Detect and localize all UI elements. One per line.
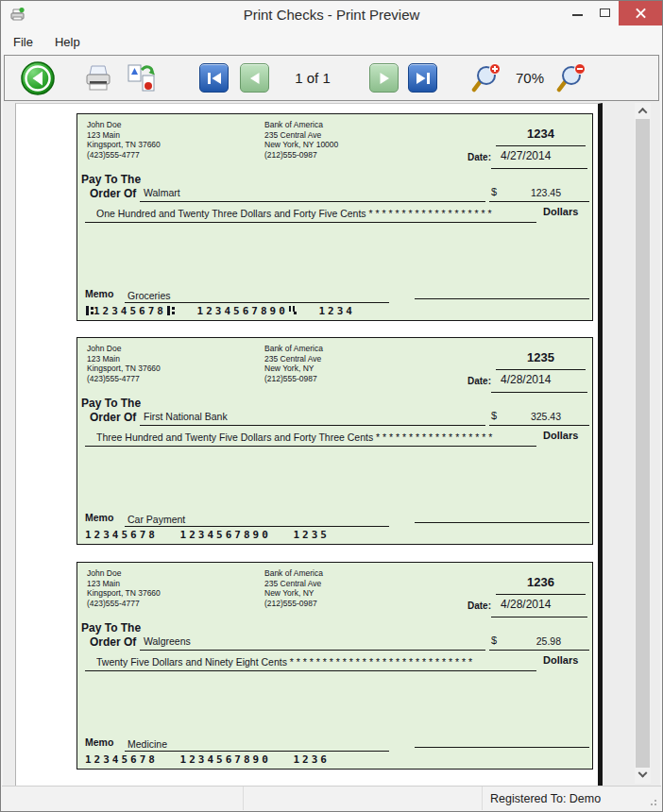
zoom-out-button[interactable] xyxy=(556,63,586,93)
vertical-scrollbar[interactable] xyxy=(635,103,651,784)
payer-street: 123 Main xyxy=(87,354,161,364)
amount-words: Twenty Five Dollars and Ninety Eight Cen… xyxy=(96,656,540,668)
next-page-button[interactable] xyxy=(369,63,399,93)
payee-value: First National Bank xyxy=(144,411,228,422)
bank-city: New York, NY xyxy=(264,588,323,599)
scroll-down-button[interactable] xyxy=(635,768,651,784)
micr-account: 1234567890 xyxy=(197,305,297,317)
scrollbar-thumb[interactable] xyxy=(636,119,650,768)
date-value: 4/28/2014 xyxy=(501,373,551,386)
payer-phone: (423)555-4777 xyxy=(87,150,161,161)
page-indicator: 1 of 1 xyxy=(275,70,350,86)
micr-line: 12345678 1234567890 1234 xyxy=(85,305,368,317)
minimize-button[interactable] xyxy=(564,1,591,25)
payer-name: John Doe xyxy=(87,568,161,579)
payer-block: John Doe 123 Main Kingsport, TN 37660 (4… xyxy=(87,120,161,160)
app-window: Print Checks - Print Preview File Help xyxy=(0,0,663,812)
payer-street: 123 Main xyxy=(87,579,161,589)
payee-line xyxy=(140,201,485,202)
amount-words: One Hundred and Twenty Three Dollars and… xyxy=(96,208,540,219)
chevron-down-icon xyxy=(638,769,648,778)
bank-phone: (212)555-0987 xyxy=(264,374,323,384)
micr-account: 1234567890 xyxy=(180,753,271,766)
signature-line xyxy=(415,747,589,748)
memo-value: Car Payment xyxy=(128,514,185,525)
payer-city: Kingsport, TN 37660 xyxy=(87,140,161,150)
title-bar: Print Checks - Print Preview xyxy=(1,1,662,29)
first-page-button[interactable] xyxy=(199,63,229,93)
first-page-icon xyxy=(206,71,223,86)
date-value: 4/28/2014 xyxy=(501,598,551,611)
menu-help[interactable]: Help xyxy=(55,35,80,49)
signature-line xyxy=(415,522,589,523)
pay-to-label: Pay To The Order Of xyxy=(81,173,141,201)
amount-line xyxy=(489,201,589,202)
dollars-label: Dollars xyxy=(543,654,578,666)
micr-check-number: 1234 xyxy=(318,305,355,317)
previous-page-button[interactable] xyxy=(240,63,269,93)
back-icon xyxy=(20,60,56,96)
resize-grip[interactable] xyxy=(654,804,656,805)
maximize-button[interactable] xyxy=(591,1,619,25)
micr-routing: 12345678 xyxy=(85,753,158,766)
payer-street: 123 Main xyxy=(87,130,161,141)
last-page-button[interactable] xyxy=(408,63,437,93)
scroll-up-button[interactable] xyxy=(635,103,651,119)
last-page-icon xyxy=(415,71,432,86)
payee-line xyxy=(140,425,485,426)
check-number: 1234 xyxy=(496,127,586,141)
bank-phone: (212)555-0987 xyxy=(264,150,338,161)
payer-block: John Doe 123 Main Kingsport, TN 37660 (4… xyxy=(87,344,161,383)
memo-line xyxy=(125,751,389,752)
bank-city: New York, NY xyxy=(264,364,323,374)
export-image-button[interactable] xyxy=(126,62,158,94)
amount-words: Three Hundred and Twenty Five Dollars an… xyxy=(96,431,540,443)
payer-block: John Doe 123 Main Kingsport, TN 37660 (4… xyxy=(87,568,161,608)
payer-city: Kingsport, TN 37660 xyxy=(87,588,161,599)
amount-line xyxy=(489,650,589,651)
page: John Doe 123 Main Kingsport, TN 37660 (4… xyxy=(15,103,603,786)
zoom-level: 70% xyxy=(509,70,551,86)
zoom-in-icon xyxy=(471,63,502,93)
bank-name: Bank of America xyxy=(264,120,338,130)
bank-phone: (212)555-0987 xyxy=(264,599,323,609)
payee-value: Walgreens xyxy=(144,635,191,647)
check: John Doe 123 Main Kingsport, TN 37660 (4… xyxy=(76,562,593,770)
bank-name: Bank of America xyxy=(264,344,323,354)
bank-street: 235 Central Ave xyxy=(264,579,323,589)
amount-words-line xyxy=(85,222,536,223)
export-image-icon xyxy=(126,62,158,94)
micr-line: 12345678 1234567890 1235 xyxy=(85,529,343,541)
micr-transit-icon xyxy=(85,306,94,315)
check-number-line xyxy=(496,369,586,370)
zoom-out-icon xyxy=(556,63,586,93)
memo-label: Memo xyxy=(85,288,113,299)
status-panel-2 xyxy=(244,787,483,810)
micr-routing: 12345678 xyxy=(85,305,175,317)
menu-file[interactable]: File xyxy=(13,35,33,49)
dollars-label: Dollars xyxy=(543,430,578,441)
check: John Doe 123 Main Kingsport, TN 37660 (4… xyxy=(76,113,593,321)
payer-phone: (423)555-4777 xyxy=(87,599,161,609)
check: John Doe 123 Main Kingsport, TN 37660 (4… xyxy=(76,337,593,545)
registered-to-text: Registered To: Demo xyxy=(483,787,661,810)
next-page-icon xyxy=(376,71,393,86)
memo-value: Groceries xyxy=(128,290,171,301)
chevron-up-icon xyxy=(638,108,648,117)
minimize-icon xyxy=(572,14,583,16)
print-button[interactable] xyxy=(82,62,114,94)
memo-line xyxy=(125,302,389,303)
amount-value: 25.98 xyxy=(489,635,561,647)
micr-transit-icon xyxy=(166,306,175,315)
toolbar: 1 of 1 70% xyxy=(4,55,659,101)
date-label: Date: xyxy=(453,376,491,386)
micr-onus-icon xyxy=(288,306,297,315)
zoom-in-button[interactable] xyxy=(471,63,502,93)
dollars-label: Dollars xyxy=(543,206,578,217)
check-number-line xyxy=(496,145,586,146)
pay-to-label: Pay To The Order Of xyxy=(81,621,141,650)
signature-line xyxy=(415,298,589,299)
close-button[interactable] xyxy=(619,1,662,25)
back-button[interactable] xyxy=(20,60,56,96)
payer-name: John Doe xyxy=(87,344,161,354)
